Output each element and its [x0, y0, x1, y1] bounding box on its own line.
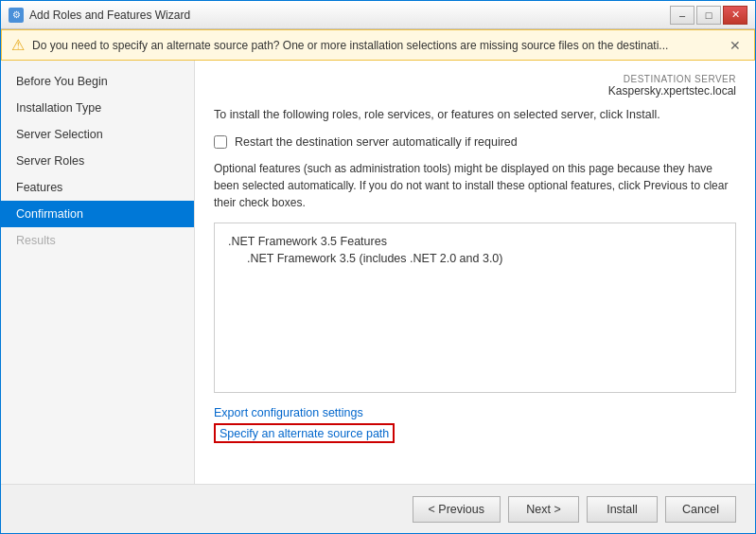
main-content: DESTINATION SERVER Kaspersky.xpertstec.l…: [195, 61, 755, 484]
warning-icon: ⚠: [11, 36, 25, 54]
title-bar-left: ⚙ Add Roles and Features Wizard: [9, 8, 190, 23]
window-title: Add Roles and Features Wizard: [29, 9, 190, 22]
wizard-window: ⚙ Add Roles and Features Wizard – □ ✕ ⚠ …: [0, 0, 756, 534]
sidebar-item-results: Results: [1, 227, 194, 254]
export-config-link[interactable]: Export configuration settings: [214, 406, 736, 419]
sidebar-item-features[interactable]: Features: [1, 174, 194, 201]
install-button[interactable]: Install: [587, 496, 658, 523]
restart-checkbox[interactable]: [214, 135, 227, 149]
features-box: .NET Framework 3.5 Features .NET Framewo…: [214, 222, 736, 393]
intro-text: To install the following roles, role ser…: [214, 107, 736, 124]
cancel-button[interactable]: Cancel: [665, 496, 736, 523]
sidebar-item-server-roles[interactable]: Server Roles: [1, 148, 194, 174]
close-button[interactable]: ✕: [723, 6, 747, 25]
maximize-button[interactable]: □: [696, 6, 721, 25]
warning-bar: ⚠ Do you need to specify an alternate so…: [1, 29, 755, 61]
feature-item-1: .NET Framework 3.5 (includes .NET 2.0 an…: [228, 250, 722, 267]
main-layout: Confirm installation selections DESTINAT…: [1, 61, 755, 484]
dest-value: Kaspersky.xpertstec.local: [608, 84, 736, 98]
title-bar-controls: – □ ✕: [670, 6, 747, 25]
optional-text: Optional features (such as administratio…: [214, 160, 736, 211]
sidebar-item-installation-type[interactable]: Installation Type: [1, 95, 194, 121]
warning-text: Do you need to specify an alternate sour…: [32, 39, 718, 52]
minimize-button[interactable]: –: [670, 6, 694, 25]
sidebar-item-server-selection[interactable]: Server Selection: [1, 121, 194, 148]
sidebar-item-before-you-begin[interactable]: Before You Begin: [1, 68, 194, 95]
links-section: Export configuration settings Specify an…: [214, 406, 736, 443]
alternate-source-wrapper: Specify an alternate source path: [214, 423, 736, 443]
app-icon: ⚙: [9, 8, 24, 23]
warning-close-button[interactable]: ✕: [726, 38, 745, 53]
title-bar: ⚙ Add Roles and Features Wizard – □ ✕: [1, 1, 755, 29]
alternate-source-link[interactable]: Specify an alternate source path: [220, 427, 389, 440]
feature-item-0: .NET Framework 3.5 Features: [228, 233, 722, 250]
alternate-source-box: Specify an alternate source path: [214, 423, 395, 443]
footer: < Previous Next > Install Cancel: [1, 484, 755, 533]
dest-label: DESTINATION SERVER: [608, 74, 736, 84]
restart-label: Restart the destination server automatic…: [235, 135, 518, 149]
previous-button[interactable]: < Previous: [413, 496, 501, 523]
sidebar-item-confirmation[interactable]: Confirmation: [1, 201, 194, 227]
sidebar: Confirm installation selections DESTINAT…: [1, 61, 195, 484]
next-button[interactable]: Next >: [508, 496, 579, 523]
destination-header: DESTINATION SERVER Kaspersky.xpertstec.l…: [608, 74, 736, 98]
restart-option: Restart the destination server automatic…: [214, 135, 736, 149]
